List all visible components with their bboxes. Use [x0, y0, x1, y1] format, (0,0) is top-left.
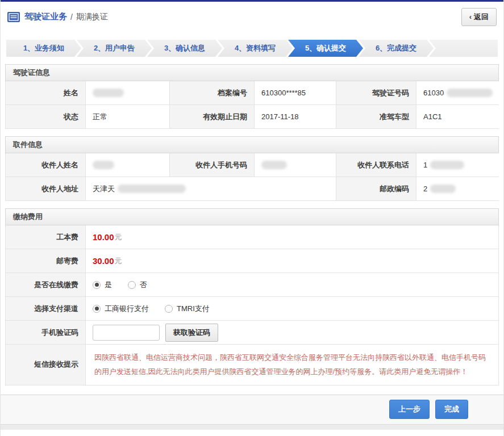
postcode-prefix: 2 — [423, 185, 427, 193]
redacted-license-no — [447, 89, 493, 97]
radio-label: 否 — [140, 280, 147, 290]
radio-label: 工商银行支付 — [105, 304, 149, 314]
table-row: 状态 正常 有效期止日期 2017-11-18 准驾车型 A1C1 — [6, 104, 498, 128]
payment-table: 工本费 10.00 元 邮寄费 30.00 元 是否在线缴费 — [5, 225, 499, 385]
redacted-recipient-mobile — [261, 161, 287, 169]
production-fee-label: 工本费 — [6, 225, 86, 249]
name-value — [86, 81, 170, 104]
radio-online-pay-no[interactable]: 否 — [128, 280, 147, 290]
finish-button[interactable]: 完成 — [435, 400, 468, 419]
radio-label: TMRI支付 — [177, 304, 210, 314]
table-row: 短信接收提示 因陕西省联通、电信运营商技术问题，陕西省互联网交通安全综合服务管理… — [6, 344, 498, 385]
recipient-mobile-label: 收件人手机号码 — [170, 153, 255, 177]
table-row: 邮寄费 30.00 元 — [6, 249, 498, 272]
section-pickup-info: 取件信息 收件人姓名 收件人手机号码 收件人联系电话 1 收件人地址 天津天 — [5, 136, 499, 201]
expiry-label: 有效期止日期 — [170, 105, 255, 128]
back-button[interactable]: ‹ 返回 — [461, 8, 497, 26]
sms-code-field: 获取验证码 — [86, 321, 498, 344]
redacted-name — [93, 89, 124, 97]
recipient-phone-prefix: 1 — [423, 161, 427, 169]
previous-step-button[interactable]: 上一步 — [389, 400, 430, 419]
radio-channel-tmri[interactable]: TMRI支付 — [165, 304, 210, 314]
recipient-name-value — [86, 153, 170, 177]
header: 驾驶证业务 / 期满换证 ‹ 返回 — [1, 2, 503, 32]
license-no-label: 驾驶证号码 — [336, 81, 416, 104]
step-2-user-declaration[interactable]: 2、用户申告 — [77, 40, 152, 57]
address-label: 收件人地址 — [6, 177, 86, 200]
address-value: 天津天 — [86, 177, 336, 200]
section-payment: 缴纳费用 工本费 10.00 元 邮寄费 30.00 元 是否在线缴费 — [5, 208, 499, 385]
radio-dot-icon — [93, 281, 101, 289]
vehicle-class-value: A1C1 — [416, 105, 499, 128]
redacted-recipient-phone — [430, 161, 464, 169]
step-5-confirm-submit[interactable]: 5、确认提交 — [288, 40, 363, 57]
recipient-phone-label: 收件人联系电话 — [336, 153, 416, 177]
fee-unit: 元 — [115, 256, 122, 266]
step-4-fill-data[interactable]: 4、资料填写 — [218, 40, 293, 57]
expiry-value: 2017-11-18 — [255, 105, 336, 128]
postage-fee-label: 邮寄费 — [6, 249, 86, 272]
file-no-value: 610300****85 — [255, 81, 336, 104]
license-form-icon — [7, 12, 20, 22]
page: 驾驶证业务 / 期满换证 ‹ 返回 1、业务须知 2、用户申告 3、确认信息 4… — [0, 0, 504, 436]
postcode-value: 2 — [416, 177, 499, 200]
table-row: 选择支付渠道 工商银行支付 TMRI支付 — [6, 296, 498, 320]
step-6-complete-submit[interactable]: 6、完成提交 — [359, 40, 434, 57]
radio-dot-icon — [128, 281, 136, 289]
production-fee-amount: 10.00 — [93, 232, 114, 242]
radio-label: 是 — [105, 280, 112, 290]
radio-dot-icon — [165, 305, 173, 313]
get-code-button[interactable]: 获取验证码 — [165, 324, 218, 342]
step-wizard: 1、业务须知 2、用户申告 3、确认信息 4、资料填写 5、确认提交 6、完成提… — [6, 40, 498, 57]
status-label: 状态 — [6, 105, 86, 128]
back-chevron-icon: ‹ — [469, 12, 472, 21]
license-no-prefix: 61030 — [423, 89, 444, 97]
breadcrumb-separator: / — [70, 12, 73, 22]
license-no-value: 61030 — [416, 81, 499, 104]
fee-unit: 元 — [115, 232, 122, 242]
recipient-phone-value: 1 — [416, 153, 499, 177]
license-table: 姓名 档案编号 610300****85 驾驶证号码 61030 状态 正常 有… — [5, 81, 499, 129]
postcode-label: 邮政编码 — [336, 177, 416, 200]
online-pay-options: 是 否 — [86, 273, 498, 296]
sms-notice-label: 短信接收提示 — [6, 345, 86, 385]
table-row: 手机验证码 获取验证码 — [6, 320, 498, 344]
footer-action-bar: 上一步 完成 — [1, 395, 503, 424]
section-title-payment: 缴纳费用 — [5, 208, 499, 225]
pickup-table: 收件人姓名 收件人手机号码 收件人联系电话 1 收件人地址 天津天 邮政编码 — [5, 153, 499, 201]
vehicle-class-label: 准驾车型 — [336, 105, 416, 128]
table-row: 工本费 10.00 元 — [6, 225, 498, 249]
redacted-recipient-name — [93, 161, 114, 169]
table-row: 收件人地址 天津天 邮政编码 2 — [6, 177, 498, 200]
sms-notice-text: 因陕西省联通、电信运营商技术问题，陕西省互联网交通安全综合服务管理平台无法向持陕… — [94, 350, 490, 379]
section-title-license: 驾驶证信息 — [5, 64, 499, 81]
production-fee-value: 10.00 元 — [86, 225, 498, 249]
file-no-label: 档案编号 — [170, 81, 255, 104]
recipient-mobile-value — [255, 153, 336, 177]
radio-dot-icon — [93, 305, 101, 313]
sms-code-input[interactable] — [93, 325, 160, 341]
step-1-business-notes[interactable]: 1、业务须知 — [6, 40, 81, 57]
online-pay-label: 是否在线缴费 — [6, 273, 86, 296]
table-row: 收件人姓名 收件人手机号码 收件人联系电话 1 — [6, 153, 498, 177]
sms-notice-value: 因陕西省联通、电信运营商技术问题，陕西省互联网交通安全综合服务管理平台无法向持陕… — [86, 345, 498, 385]
channel-label: 选择支付渠道 — [6, 297, 86, 320]
table-row: 是否在线缴费 是 否 — [6, 272, 498, 296]
radio-online-pay-yes[interactable]: 是 — [93, 280, 112, 290]
page-title: 驾驶证业务 — [24, 11, 67, 22]
radio-channel-icbc[interactable]: 工商银行支付 — [93, 304, 149, 314]
table-row: 姓名 档案编号 610300****85 驾驶证号码 61030 — [6, 81, 498, 104]
bottom-strip — [1, 424, 503, 430]
recipient-name-label: 收件人姓名 — [6, 153, 86, 177]
breadcrumb-current: 期满换证 — [76, 12, 108, 22]
step-3-confirm-info[interactable]: 3、确认信息 — [147, 40, 222, 57]
section-title-pickup: 取件信息 — [5, 136, 499, 153]
channel-options: 工商银行支付 TMRI支付 — [86, 297, 498, 320]
redacted-postcode — [430, 185, 456, 193]
name-label: 姓名 — [6, 81, 86, 104]
step-bar-filler — [429, 40, 498, 57]
section-license-info: 驾驶证信息 姓名 档案编号 610300****85 驾驶证号码 61030 状… — [5, 64, 499, 129]
address-prefix: 天津天 — [93, 184, 115, 194]
postage-fee-value: 30.00 元 — [86, 249, 498, 272]
postage-fee-amount: 30.00 — [93, 256, 114, 266]
